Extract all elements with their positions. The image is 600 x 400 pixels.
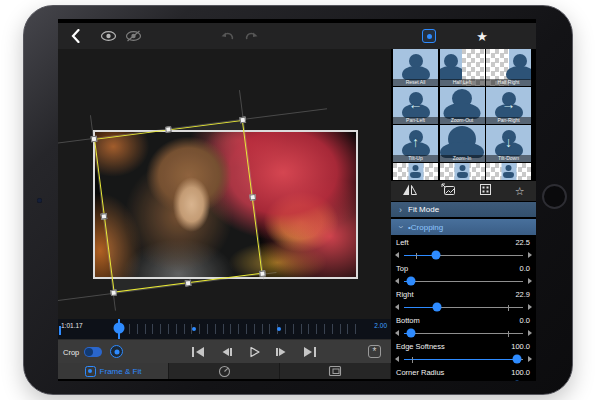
eye-icon (100, 30, 117, 42)
crop-handle-tl[interactable] (91, 136, 98, 143)
step-back-icon (219, 346, 233, 358)
eye-off-icon (125, 30, 142, 42)
slider-corner-radius: Corner Radius 100.0 (391, 367, 536, 381)
crop-handle-bl[interactable] (110, 289, 117, 296)
redo-button[interactable] (243, 23, 261, 49)
preview-canvas (58, 49, 391, 319)
cropping-section-header[interactable]: › •Cropping (391, 219, 536, 235)
preview-eye-off-button[interactable] (123, 23, 143, 49)
tab-frame-and-fit[interactable]: Frame & Fit (58, 363, 169, 379)
save-preset-button[interactable]: * (368, 345, 381, 358)
top-toolbar: ★ (58, 23, 536, 49)
nudge-left-button[interactable] (395, 330, 399, 336)
slider-thumb[interactable] (433, 303, 442, 312)
star-outline-icon: ☆ (515, 185, 525, 197)
preset-star-icon: * (373, 346, 377, 357)
back-button[interactable] (66, 23, 84, 49)
crop-handle-br[interactable] (259, 270, 266, 277)
preset-reset-all[interactable]: Reset All (393, 49, 438, 86)
crop-scale-tab[interactable] (479, 182, 492, 200)
export-tab[interactable] (441, 182, 456, 200)
preset-tilt-down[interactable]: ↓ Tilt-Down (486, 125, 531, 162)
nudge-left-button[interactable] (395, 304, 399, 310)
preset-pillarbox[interactable] (393, 163, 438, 180)
crop-outline[interactable] (94, 120, 262, 293)
slider-track[interactable] (404, 307, 523, 309)
slider-track[interactable] (404, 359, 523, 361)
crop-toggle[interactable] (84, 347, 102, 357)
crop-handle-r[interactable] (249, 193, 256, 200)
nudge-left-button[interactable] (395, 252, 399, 258)
nudge-left-button[interactable] (395, 356, 399, 362)
crop-handle-tr[interactable] (239, 117, 246, 124)
preset-tilt-up[interactable]: ↑ Tilt-Up (393, 125, 438, 162)
nudge-right-button[interactable] (528, 278, 532, 284)
tab-stabilizer[interactable] (280, 363, 391, 379)
redo-icon (245, 31, 259, 42)
ipad-device: ★ (23, 5, 573, 395)
preset-pillarbox[interactable] (486, 163, 531, 180)
fit-mode-label: Fit Mode (408, 205, 439, 214)
step-back-button[interactable] (218, 346, 234, 358)
crop-rectangle[interactable] (94, 120, 262, 293)
preset-half-right[interactable]: Half Right (486, 49, 531, 86)
slider-track[interactable] (404, 333, 523, 335)
slider-thumb[interactable] (513, 355, 522, 364)
skip-end-icon (303, 346, 317, 358)
preset-pan-right[interactable]: → Pan-Right (486, 87, 531, 124)
step-forward-button[interactable] (274, 346, 290, 358)
slider-thumb[interactable] (432, 251, 441, 260)
slider-thumb[interactable] (407, 277, 416, 286)
nudge-right-button[interactable] (528, 356, 532, 362)
flip-tab[interactable] (402, 182, 418, 200)
undo-icon (220, 31, 234, 42)
timeline-ruler[interactable]: 1:01.17 2.00 (58, 319, 391, 339)
slider-top: Top 0.0 (391, 263, 536, 289)
front-camera (37, 198, 42, 203)
undo-button[interactable] (218, 23, 236, 49)
chevron-down-icon: › (396, 226, 406, 229)
chevron-left-icon (71, 29, 80, 43)
arrow-right-icon: → (502, 96, 516, 112)
chevron-right-icon: › (399, 205, 402, 215)
skip-to-end-button[interactable] (302, 346, 318, 358)
favorites-tab[interactable]: ☆ (515, 186, 525, 197)
slider-bottom: Bottom 0.0 (391, 315, 536, 341)
nudge-left-button[interactable] (395, 278, 399, 284)
nudge-right-button[interactable] (528, 252, 532, 258)
tab-speed[interactable] (169, 363, 280, 379)
image-export-icon (441, 183, 456, 196)
transport-bar: Crop * (58, 339, 391, 363)
nudge-right-button[interactable] (528, 330, 532, 336)
crop-handle-b[interactable] (185, 280, 192, 287)
nudge-right-button[interactable] (528, 304, 532, 310)
preset-pan-left[interactable]: ← Pan-Left (393, 87, 438, 124)
slider-left: Left 22.5 (391, 237, 536, 263)
flip-icon (402, 183, 418, 196)
slider-thumb[interactable] (407, 329, 416, 338)
add-keyframe-button[interactable] (110, 345, 123, 358)
favorite-button[interactable]: ★ (473, 23, 491, 49)
skip-start-icon (191, 346, 205, 358)
arrow-up-icon: ↑ (412, 134, 419, 150)
home-button[interactable] (542, 184, 567, 209)
star-icon: ★ (476, 29, 488, 44)
play-button[interactable] (246, 346, 262, 358)
frame-fit-tool-button[interactable] (420, 23, 438, 49)
slider-track[interactable] (404, 281, 523, 283)
skip-to-start-button[interactable] (190, 346, 206, 358)
app-screen: ★ (58, 19, 536, 381)
preset-pillarbox[interactable] (440, 163, 485, 180)
crop-handle-l[interactable] (100, 213, 107, 220)
slider-track[interactable] (404, 255, 523, 257)
frame-fit-tab-icon (85, 366, 96, 377)
preset-half-left[interactable]: Half Left (440, 49, 485, 86)
fit-mode-section-header[interactable]: › Fit Mode (391, 202, 536, 217)
preset-zoom-in[interactable]: Zoom-In (440, 125, 485, 162)
preview-eye-button[interactable] (98, 23, 118, 49)
crop-handle-t[interactable] (165, 126, 172, 133)
play-icon (247, 346, 261, 358)
preset-zoom-out[interactable]: Zoom-Out (440, 87, 485, 124)
keyframe-icon (114, 349, 119, 354)
current-timecode: 1:01.17 (61, 322, 83, 329)
